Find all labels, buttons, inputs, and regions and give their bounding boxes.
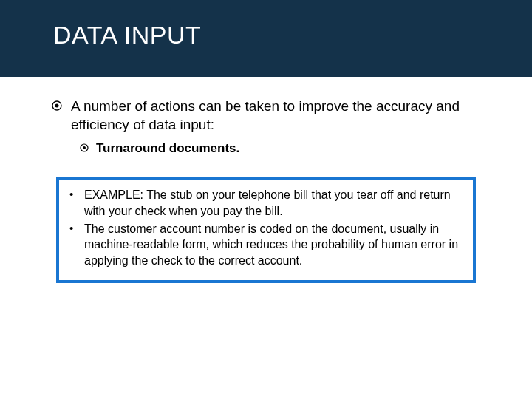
example-text: EXAMPLE: The stub on your telephone bill… (84, 187, 463, 219)
svg-point-3 (83, 146, 86, 149)
list-item: • The customer account number is coded o… (69, 221, 463, 269)
page-title: DATA INPUT (53, 21, 201, 50)
sub-bullet-row: Turnaround documents. (80, 141, 495, 156)
target-bullet-icon (52, 100, 62, 111)
example-box: • EXAMPLE: The stub on your telephone bi… (56, 177, 476, 283)
body-area: A number of actions can be taken to impr… (0, 77, 532, 283)
bullet-dot-icon: • (69, 187, 84, 202)
target-bullet-icon (80, 143, 89, 152)
example-text: The customer account number is coded on … (84, 221, 463, 269)
list-item: • EXAMPLE: The stub on your telephone bi… (69, 187, 463, 219)
bullet-dot-icon: • (69, 221, 84, 236)
svg-point-1 (55, 104, 59, 108)
header-band: DATA INPUT (0, 0, 532, 77)
main-bullet-text: A number of actions can be taken to impr… (71, 98, 495, 134)
sub-bullet-text: Turnaround documents. (96, 141, 239, 156)
main-bullet-row: A number of actions can be taken to impr… (52, 98, 495, 134)
